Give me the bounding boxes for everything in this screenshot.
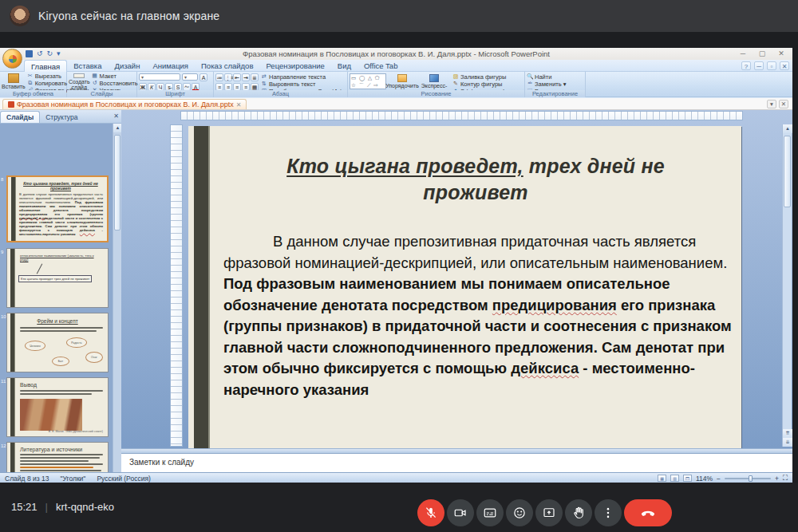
more-options-button[interactable] xyxy=(595,499,622,526)
font-size-box[interactable]: ▾ xyxy=(182,73,198,81)
new-slide-icon xyxy=(73,73,85,78)
tab-close-icon[interactable]: ✕ xyxy=(236,101,242,108)
office-button[interactable] xyxy=(2,49,22,69)
pane-tab-outline[interactable]: Структура xyxy=(40,112,83,123)
reset-button[interactable]: ↺Восстановить xyxy=(92,80,138,86)
end-call-icon xyxy=(641,506,655,520)
outdent-button[interactable]: ⇤ xyxy=(233,73,241,81)
present-screen-button[interactable] xyxy=(535,499,563,526)
previous-slide-icon[interactable]: ⇈ xyxy=(783,429,792,438)
slide-title[interactable]: Кто цыгана проведет, трех дней не прожив… xyxy=(236,153,715,206)
maximize-icon[interactable]: ▢ xyxy=(756,49,768,58)
grow-font-button[interactable]: A xyxy=(200,73,207,81)
reactions-button[interactable] xyxy=(506,499,533,526)
normal-view-button[interactable]: ▦ xyxy=(658,475,666,482)
undo-icon[interactable]: ↺ xyxy=(37,49,43,57)
document-tab[interactable]: Фразовая номинация в Пословицах и погово… xyxy=(2,99,247,109)
numbering-button[interactable]: ⋮≡ xyxy=(224,73,232,81)
tab-review[interactable]: Рецензирование xyxy=(259,60,330,72)
slide-canvas[interactable]: Кто цыгана проведет, трех дней не прожив… xyxy=(188,126,741,448)
find-button[interactable]: 🔍Найти xyxy=(527,73,583,80)
tab-office-tab[interactable]: Office Tab xyxy=(358,60,404,72)
line-spacing-button[interactable]: ≣ xyxy=(251,73,259,81)
find-icon: 🔍 xyxy=(527,73,533,80)
camera-button[interactable] xyxy=(447,499,474,526)
tab-insert[interactable]: Вставка xyxy=(67,60,108,72)
end-call-button[interactable] xyxy=(624,499,672,526)
new-slide-button[interactable]: Создать слайд xyxy=(69,73,90,90)
ribbon: Вставить ✂Вырезать ⧉Копировать 🖌Формат п… xyxy=(0,72,792,97)
help-icon[interactable]: ? xyxy=(741,61,751,70)
thumb-number: 8 xyxy=(1,177,6,182)
slideshow-button[interactable]: 🗖 xyxy=(683,475,692,482)
ppt-title-bar: Фразовая номинация в Пословицах и погово… xyxy=(0,48,792,60)
slide-sorter-button[interactable]: ▥ xyxy=(670,475,679,482)
text-direction-button[interactable]: ⇄Направление текста xyxy=(261,73,342,80)
raise-hand-button[interactable] xyxy=(565,499,592,526)
slide-thumbnail-11[interactable]: Вывод В. Е. Маков. Тема (драматический с… xyxy=(6,377,109,437)
slide-thumbnail-10[interactable]: Фрейм и концепт Человек Радость Быт Очаг xyxy=(6,313,109,372)
google-meet-window: Kiryona сейчас на главном экране Фразова… xyxy=(0,0,798,532)
group-slides: Создать слайд ▦Макет ↺Восстановить ✕Удал… xyxy=(67,72,137,97)
presenting-banner-text: Kiryona сейчас на главном экране xyxy=(38,10,219,22)
scroll-up-icon[interactable]: ▲ xyxy=(113,124,121,132)
group-font: ▾ ▾ A Ж К Ч s̶ S ᴬᵛ A Шрифт xyxy=(137,72,214,97)
clock: 15:21 xyxy=(11,501,38,513)
tab-slideshow[interactable]: Показ слайдов xyxy=(195,60,259,72)
zoom-out-icon[interactable]: − xyxy=(717,475,721,483)
tab-animation[interactable]: Анимация xyxy=(146,60,195,72)
workspace-scrollbar[interactable]: ▲ ⇈ ⇊ xyxy=(782,124,792,447)
close-icon[interactable]: ✕ xyxy=(775,49,788,58)
replace-button[interactable]: ᵃᵇЗаменить ▾ xyxy=(527,81,583,87)
layout-button[interactable]: ▦Макет xyxy=(92,73,138,79)
replace-icon: ᵃᵇ xyxy=(527,81,533,87)
slide-body-text[interactable]: В данном случае препозитивная придаточна… xyxy=(223,231,741,400)
doc-restore-icon[interactable]: ▫ xyxy=(767,61,776,70)
doc-minimize-icon[interactable]: ─ xyxy=(754,61,764,70)
shape-fill-button[interactable]: ▨Заливка фигуры xyxy=(452,73,518,80)
tab-design[interactable]: Дизайн xyxy=(108,60,146,72)
group-paragraph: ≔ ⋮≡ ⇤ ⇥ ≣ ≡ ≡ ≡ ≡ ▦ xyxy=(214,72,348,97)
next-slide-icon[interactable]: ⇊ xyxy=(783,438,792,447)
fit-to-window-icon[interactable]: ⛶ xyxy=(783,474,788,483)
align-text-button[interactable]: ⇅Выровнять текст xyxy=(261,81,342,87)
doc-close-icon[interactable]: ✕ xyxy=(780,61,789,70)
shape-outline-button[interactable]: ✎Контур фигуры xyxy=(452,81,518,87)
office-tab-close-icon[interactable]: ✕ xyxy=(779,100,788,108)
thumb-number: 12 xyxy=(1,443,6,448)
meet-top-banner: Kiryona сейчас на главном экране xyxy=(0,0,798,32)
ribbon-tab-row: Главная Вставка Дизайн Анимация Показ сл… xyxy=(0,60,792,72)
captions-button[interactable] xyxy=(476,499,504,526)
group-drawing: ▭ ◯ △ ⬠☆ ⌒ ⟋ ⇨ Упорядочить Экспресс-стил… xyxy=(348,72,525,97)
scroll-up-icon[interactable]: ▲ xyxy=(783,124,792,133)
office-tab-dropdown-icon[interactable]: ▾ xyxy=(767,100,776,108)
office-tab-bar: Фразовая номинация в Пословицах и погово… xyxy=(0,98,792,110)
mic-off-button[interactable] xyxy=(417,499,444,526)
minimize-icon[interactable]: ─ xyxy=(737,49,749,58)
thumb-number: 11 xyxy=(1,379,6,384)
zoom-level[interactable]: 114% xyxy=(696,475,713,483)
paste-button[interactable]: Вставить xyxy=(2,73,26,90)
font-name-box[interactable]: ▾ xyxy=(139,73,180,81)
language-indicator[interactable]: Русский (Россия) xyxy=(97,475,150,483)
pane-close-icon[interactable]: ✕ xyxy=(113,112,119,120)
save-icon[interactable] xyxy=(26,50,33,57)
tab-home[interactable]: Главная xyxy=(24,60,67,72)
horizontal-ruler xyxy=(180,111,743,120)
shapes-gallery[interactable]: ▭ ◯ △ ⬠☆ ⌒ ⟋ ⇨ xyxy=(350,73,386,89)
zoom-slider[interactable] xyxy=(725,478,771,479)
slide-thumbnail-9[interactable]: относительное наименование (эмалость, тя… xyxy=(6,248,109,308)
zoom-in-icon[interactable]: + xyxy=(775,475,779,483)
indent-button[interactable]: ⇥ xyxy=(242,73,250,81)
slide-thumbnail-8[interactable]: Кто цыгана проведет, трех дней не прожив… xyxy=(6,175,109,242)
qat-dropdown-icon[interactable]: ▾ xyxy=(57,49,61,57)
status-bar: Слайд 8 из 13 "Уголки" Русский (Россия) … xyxy=(0,472,792,483)
notes-pane[interactable]: Заметки к слайду xyxy=(121,453,792,472)
pane-scrollbar[interactable]: ▲ ▼ xyxy=(113,124,121,483)
redo-icon[interactable]: ↻ xyxy=(47,49,53,57)
tab-view[interactable]: Вид xyxy=(331,60,358,72)
bullets-button[interactable]: ≔ xyxy=(215,73,223,81)
pane-tab-slides[interactable]: Слайды xyxy=(0,111,40,123)
pane-header: Слайды Структура ✕ xyxy=(0,110,121,124)
office-tab-controls: ▾ ✕ xyxy=(767,100,788,108)
